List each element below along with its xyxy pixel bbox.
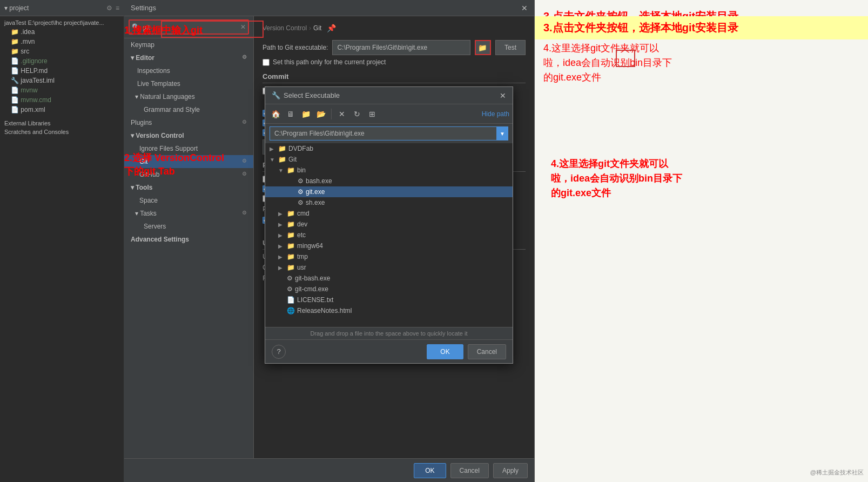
tree-item[interactable]: 📁 src — [0, 46, 124, 56]
home-button[interactable]: 🏠 — [268, 107, 282, 121]
nav-item-keymap[interactable]: Keymap — [124, 38, 253, 51]
help-button[interactable]: ? — [272, 345, 286, 359]
folder-browse-button[interactable]: 📁 — [475, 40, 491, 55]
file-tree-item[interactable]: ▶ 📁 dev — [265, 219, 513, 230]
git-path-input[interactable] — [332, 40, 470, 55]
settings-search-input[interactable] — [129, 19, 249, 35]
file-tree-item[interactable]: ▶ 📁 etc — [265, 230, 513, 240]
nav-item-github[interactable]: GitHub⚙ — [124, 168, 253, 181]
settings-footer: OK Cancel Apply — [124, 458, 534, 482]
file-tree: ▶ 📁 DVDFab ▼ 📁 Git ▼ 📁 bin ⚙ bash.exe — [265, 143, 513, 327]
path-dropdown-button[interactable]: ▼ — [496, 126, 508, 140]
step4-annotation: 4.这里选择git文件夹就可以 啦，idea会自动识别bin目录下 的git.e… — [535, 32, 868, 85]
nav-item-plugins[interactable]: Plugins⚙ — [124, 116, 253, 129]
nav-section-editor[interactable]: ▾ Editor ⚙ — [124, 51, 253, 64]
nav-section-tools[interactable]: ▾ Tools — [124, 181, 253, 194]
settings-title: Settings — [131, 4, 156, 12]
path-input[interactable] — [270, 126, 496, 140]
select-footer: ? OK Cancel — [265, 339, 513, 363]
settings-apply-button[interactable]: Apply — [493, 463, 528, 478]
hide-path-button[interactable]: Hide path — [482, 110, 509, 118]
commit-header: Commit — [263, 72, 526, 83]
select-title: 🔧 Select Executable — [272, 91, 340, 99]
file-tree-item[interactable]: ▶ 📁 mingw64 — [265, 240, 513, 251]
select-close-button[interactable]: ✕ — [500, 91, 506, 100]
tree-item[interactable]: javaTest E:\project\lhc project\javate..… — [0, 18, 124, 27]
nav-section-natural[interactable]: ▾ Natural Languages — [124, 90, 253, 103]
tree-item[interactable]: 📄 HELP.md — [0, 66, 124, 76]
nav-item-advanced[interactable]: Advanced Settings — [124, 233, 253, 246]
current-project-label: Set this path only for the current proje… — [273, 58, 386, 66]
nav-item-ignore[interactable]: Ignore Files Support — [124, 142, 253, 155]
file-tree-item[interactable]: ▶ 📁 tmp — [265, 251, 513, 262]
git-path-section: Path to Git executable: 📁 Test Set this … — [263, 40, 526, 66]
nav-section-tasks[interactable]: ▾ Tasks ⚙ — [124, 207, 253, 220]
step3-annotation: 3.点击文件夹按钮，选择本地git安装目录 — [535, 0, 868, 32]
nav-item-servers[interactable]: Servers — [124, 220, 253, 233]
settings-cancel-button[interactable]: Cancel — [450, 463, 489, 478]
tree-item[interactable]: 📁 .mvn — [0, 37, 124, 46]
nav-item-grammar[interactable]: Grammar and Style — [124, 103, 253, 116]
tree-item[interactable]: 📄 mvnw.cmd — [0, 95, 124, 105]
file-tree-item-selected[interactable]: ⚙ git.exe — [265, 186, 513, 197]
file-tree-item[interactable]: ⚙ git-bash.exe — [265, 273, 513, 284]
tree-item[interactable]: External Libraries — [0, 119, 124, 128]
select-ok-button[interactable]: OK — [427, 344, 463, 359]
tree-item[interactable]: 📄 pom.xml — [0, 105, 124, 115]
select-executable-dialog: 🔧 Select Executable ✕ 🏠 🖥 📁 📂 ✕ ↻ ⊞ Hide… — [265, 86, 513, 364]
file-tree-item[interactable]: ⚙ sh.exe — [265, 197, 513, 208]
file-tree-item[interactable]: 🌐 ReleaseNotes.html — [265, 305, 513, 316]
select-cancel-button[interactable]: Cancel — [468, 344, 506, 359]
nav-item-inspections[interactable]: Inspections — [124, 64, 253, 77]
tree-view-button[interactable]: ⊞ — [365, 107, 379, 121]
select-toolbar: 🏠 🖥 📁 📂 ✕ ↻ ⊞ Hide path — [265, 104, 513, 124]
folder-button[interactable]: 📁 — [299, 107, 313, 121]
settings-nav: 🔍 ✕ Keymap ▾ Editor ⚙ Inspections Live T… — [124, 16, 254, 458]
nav-item-git[interactable]: Git⚙ — [124, 155, 253, 168]
file-tree-item[interactable]: ▶ 📁 cmd — [265, 208, 513, 219]
file-tree-item[interactable]: ▼ 📁 Git — [265, 154, 513, 165]
file-tree-item[interactable]: ⚙ git-cmd.exe — [265, 284, 513, 294]
tree-item[interactable]: 📄 mvnw — [0, 85, 124, 95]
credit-text: @稀土掘金技术社区 — [810, 468, 864, 477]
file-tree-item[interactable]: 📄 LICENSE.txt — [265, 294, 513, 305]
tree-item[interactable]: Scratches and Consoles — [0, 128, 124, 136]
breadcrumb: Version Control › Git 📌 — [263, 24, 526, 32]
select-titlebar: 🔧 Select Executable ✕ — [265, 87, 513, 104]
drag-hint: Drag and drop a file into the space abov… — [265, 327, 513, 339]
right-panel: 3.点击文件夹按钮，选择本地git安装目录 4.这里选择git文件夹就可以 啦，… — [535, 0, 868, 482]
path-bar: ▼ — [265, 124, 513, 143]
settings-close-button[interactable]: ✕ — [521, 4, 528, 12]
file-tree-item[interactable]: ▼ 📁 bin — [265, 165, 513, 176]
test-button[interactable]: Test — [495, 40, 526, 55]
file-tree-item[interactable]: ⚙ bash.exe — [265, 176, 513, 186]
new-folder-button[interactable]: 📂 — [314, 107, 328, 121]
refresh-button[interactable]: ↻ — [350, 107, 364, 121]
main-window: ▾ project ⚙ ≡ javaTest E:\project\lhc pr… — [0, 0, 868, 482]
current-project-checkbox[interactable] — [263, 59, 270, 66]
desktop-button[interactable]: 🖥 — [284, 107, 298, 121]
delete-button[interactable]: ✕ — [335, 107, 349, 121]
tree-item[interactable]: 🔧 javaTest.iml — [0, 76, 124, 85]
file-tree-item[interactable]: ▶ 📁 DVDFab — [265, 143, 513, 154]
project-title: ▾ project — [4, 4, 29, 12]
file-tree-item[interactable]: ▶ 📁 usr — [265, 262, 513, 273]
nav-item-live-templates[interactable]: Live Templates — [124, 77, 253, 90]
nav-item-space[interactable]: Space — [124, 194, 253, 207]
tree-item[interactable]: 📄 .gitignore — [0, 56, 124, 66]
tree-item[interactable]: 📁 .idea — [0, 27, 124, 37]
settings-ok-button[interactable]: OK — [414, 463, 446, 478]
git-path-label: Path to Git executable: — [263, 44, 328, 51]
nav-section-vc[interactable]: ▾ Version Control — [124, 129, 253, 142]
settings-titlebar: Settings ✕ — [124, 0, 534, 16]
